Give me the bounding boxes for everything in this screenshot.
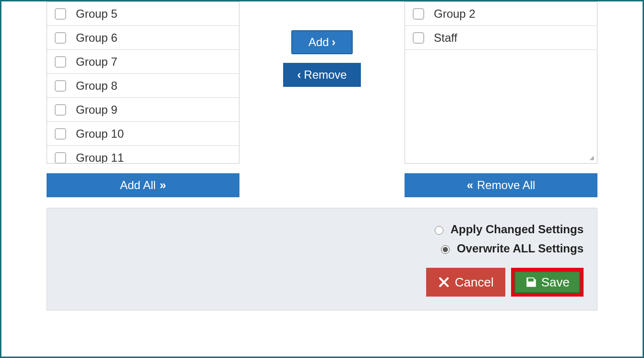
chevron-left-icon: ‹ bbox=[297, 68, 301, 82]
add-button[interactable]: Add › bbox=[291, 30, 353, 54]
apply-changed-radio-row[interactable]: Apply Changed Settings bbox=[432, 223, 584, 236]
overwrite-all-radio[interactable] bbox=[441, 245, 450, 254]
list-item[interactable]: Staff bbox=[405, 26, 597, 50]
save-label: Save bbox=[541, 275, 570, 290]
footer-buttons: Cancel Save bbox=[426, 268, 584, 297]
add-label: Add bbox=[309, 36, 329, 49]
save-highlight: Save bbox=[511, 268, 584, 297]
list-item[interactable]: Group 10 bbox=[47, 122, 239, 146]
checkbox[interactable] bbox=[55, 152, 66, 164]
list-item[interactable]: Group 2 bbox=[405, 2, 597, 26]
list-item-label: Group 2 bbox=[434, 7, 476, 21]
list-item[interactable]: Group 7 bbox=[47, 50, 239, 74]
apply-changed-radio[interactable] bbox=[435, 226, 443, 235]
list-item[interactable]: Group 6 bbox=[47, 26, 239, 50]
selected-panel: Group 2 Staff « Remove All bbox=[405, 1, 597, 197]
remove-button[interactable]: ‹ Remove bbox=[283, 63, 361, 87]
cancel-button[interactable]: Cancel bbox=[426, 268, 505, 297]
selected-listbox[interactable]: Group 2 Staff bbox=[405, 1, 597, 164]
save-button[interactable]: Save bbox=[514, 271, 580, 293]
content-area: Group 5 Group 6 Group 7 Group 8 bbox=[8, 1, 636, 357]
overwrite-all-label: Overwrite ALL Settings bbox=[457, 242, 584, 255]
apply-changed-label: Apply Changed Settings bbox=[451, 223, 584, 236]
list-item-label: Group 9 bbox=[76, 103, 118, 117]
checkbox[interactable] bbox=[413, 32, 424, 44]
list-item-label: Group 6 bbox=[76, 31, 118, 45]
remove-all-button[interactable]: « Remove All bbox=[405, 173, 597, 197]
cancel-label: Cancel bbox=[455, 275, 494, 290]
list-item-label: Group 10 bbox=[76, 127, 124, 141]
available-panel: Group 5 Group 6 Group 7 Group 8 bbox=[47, 1, 239, 197]
list-item-label: Group 5 bbox=[76, 7, 118, 21]
checkbox[interactable] bbox=[55, 56, 66, 68]
available-listbox[interactable]: Group 5 Group 6 Group 7 Group 8 bbox=[47, 1, 239, 164]
add-all-label: Add All bbox=[120, 179, 156, 192]
chevron-right-icon: › bbox=[332, 36, 335, 49]
window-frame: Group 5 Group 6 Group 7 Group 8 bbox=[0, 0, 644, 358]
resize-grip-icon bbox=[590, 156, 594, 160]
add-all-button[interactable]: Add All » bbox=[47, 173, 239, 197]
list-item-label: Group 8 bbox=[76, 79, 118, 93]
remove-label: Remove bbox=[304, 68, 346, 82]
transfer-buttons: Add › ‹ Remove bbox=[260, 30, 384, 87]
checkbox[interactable] bbox=[55, 80, 66, 92]
save-icon bbox=[525, 276, 537, 288]
list-item[interactable]: Group 5 bbox=[47, 2, 239, 26]
close-icon bbox=[438, 276, 450, 288]
list-item-label: Group 11 bbox=[76, 151, 124, 164]
checkbox[interactable] bbox=[413, 8, 424, 20]
checkbox[interactable] bbox=[55, 104, 66, 116]
list-item[interactable]: Group 9 bbox=[47, 98, 239, 122]
checkbox[interactable] bbox=[55, 128, 66, 140]
list-item[interactable]: Group 11 bbox=[47, 146, 239, 164]
double-chevron-right-icon: » bbox=[160, 179, 166, 192]
footer-bar: Apply Changed Settings Overwrite ALL Set… bbox=[47, 208, 597, 310]
remove-all-label: Remove All bbox=[477, 179, 535, 192]
list-item-label: Staff bbox=[434, 31, 457, 45]
list-item[interactable]: Group 8 bbox=[47, 74, 239, 98]
list-item-label: Group 7 bbox=[76, 55, 118, 69]
double-chevron-left-icon: « bbox=[467, 179, 473, 192]
checkbox[interactable] bbox=[55, 8, 66, 20]
overwrite-all-radio-row[interactable]: Overwrite ALL Settings bbox=[439, 242, 584, 255]
dual-list-picker: Group 5 Group 6 Group 7 Group 8 bbox=[47, 1, 597, 197]
checkbox[interactable] bbox=[55, 32, 66, 44]
